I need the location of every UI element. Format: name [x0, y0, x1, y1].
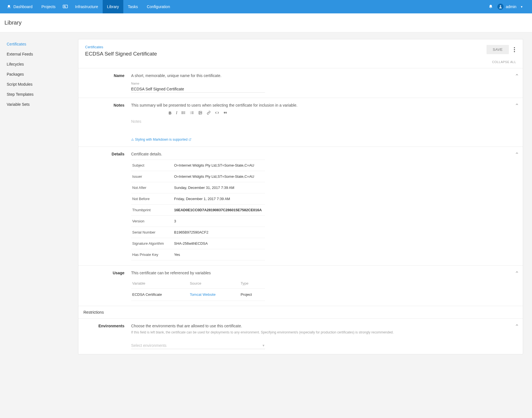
usage-header-variable: Variable — [131, 278, 189, 289]
nav-infrastructure[interactable]: Infrastructure — [71, 0, 102, 13]
details-value: Yes — [173, 249, 265, 260]
section-desc: This summary will be presented to users … — [131, 103, 516, 107]
field-label: Name — [131, 82, 516, 85]
usage-variable: ECDSA Certificate — [131, 289, 189, 301]
list-ul-icon[interactable] — [182, 111, 186, 115]
section-name: Name A short, memorable, unique name for… — [78, 68, 523, 98]
details-key: Issuer — [131, 171, 173, 182]
quote-icon[interactable] — [223, 111, 227, 115]
details-key: Has Private Key — [131, 249, 173, 260]
details-row: Thumbprint16EAD0E1CC0D7A28190837C286015E… — [131, 205, 265, 216]
svg-point-0 — [8, 5, 10, 7]
details-value: 3 — [173, 216, 265, 227]
section-desc: A short, memorable, unique name for this… — [131, 73, 516, 78]
page-title: Library — [0, 13, 532, 32]
details-row: SubjectO=Internet Widgits Pty Ltd,ST=Som… — [131, 160, 265, 171]
name-input[interactable] — [131, 85, 265, 93]
nav-label: Tasks — [128, 4, 138, 9]
search-scope-icon — [63, 5, 68, 9]
svg-point-7 — [514, 51, 515, 52]
card-title: ECDSA Self Signed Certificate — [85, 51, 157, 57]
environments-select[interactable]: Select environments ▼ — [131, 342, 265, 349]
details-row: Signature AlgorithmSHA-256withECDSA — [131, 238, 265, 249]
code-icon[interactable] — [215, 111, 219, 115]
select-placeholder: Select environments — [131, 343, 167, 348]
markdown-help-text: Styling with Markdown is supported — [135, 138, 187, 141]
overflow-menu-icon[interactable] — [513, 46, 516, 53]
section-environments: Environments Choose the environments tha… — [78, 318, 523, 354]
chevron-down-icon: ▼ — [520, 5, 523, 8]
avatar-icon — [497, 4, 504, 10]
nav-library[interactable]: Library — [103, 0, 124, 13]
usage-table: Variable Source Type ECDSA CertificateTo… — [131, 278, 265, 301]
collapse-all-button[interactable]: COLLAPSE ALL — [492, 60, 516, 64]
svg-line-3 — [65, 7, 66, 8]
user-menu[interactable]: admin ▼ — [497, 4, 523, 10]
nav-search[interactable] — [60, 0, 71, 13]
sidebar-item-packages[interactable]: Packages — [7, 69, 78, 79]
usage-row: ECDSA CertificateTomcat WebsiteProject — [131, 289, 265, 301]
svg-point-5 — [514, 47, 515, 48]
italic-icon[interactable]: I — [176, 111, 177, 115]
details-row: Not BeforeFriday, December 1, 2017 7:39 … — [131, 193, 265, 205]
details-row: Not AfterSunday, December 31, 2017 7:39 … — [131, 182, 265, 193]
section-details: Details Certificate details. SubjectO=In… — [78, 146, 523, 265]
svg-point-6 — [514, 49, 515, 50]
details-key: Not After — [131, 182, 173, 193]
svg-point-12 — [182, 112, 182, 113]
details-table: SubjectO=Internet Widgits Pty Ltd,ST=Som… — [131, 160, 265, 260]
notifications-icon[interactable] — [488, 4, 493, 9]
sidebar-item-step-templates[interactable]: Step Templates — [7, 89, 78, 99]
certificate-card: Certificates ECDSA Self Signed Certifica… — [78, 39, 523, 354]
section-hint: If this field is left blank, the certifi… — [131, 330, 516, 335]
section-restrictions-header: Restrictions — [78, 306, 523, 318]
notes-toolbar: B I 123 — [131, 109, 265, 117]
section-label-usage: Usage — [85, 271, 131, 301]
nav-dashboard[interactable]: Dashboard — [2, 0, 37, 13]
details-row: Version3 — [131, 216, 265, 227]
details-key: Thumbprint — [131, 205, 173, 216]
svg-point-4 — [500, 5, 501, 7]
nav-configuration[interactable]: Configuration — [142, 0, 174, 13]
bold-icon[interactable]: B — [169, 111, 172, 115]
details-key: Serial Number — [131, 227, 173, 238]
notes-input[interactable] — [131, 117, 265, 136]
details-value: O=Internet Widgits Pty Ltd,ST=Some-State… — [173, 160, 265, 171]
details-value: Sunday, December 31, 2017 7:39 AM — [173, 182, 265, 193]
details-value: O=Internet Widgits Pty Ltd,ST=Some-State… — [173, 171, 265, 182]
svg-text:3: 3 — [190, 113, 191, 114]
usage-header-type: Type — [239, 278, 265, 289]
breadcrumb[interactable]: Certificates — [85, 45, 157, 49]
save-button[interactable]: SAVE — [487, 45, 509, 54]
nav-projects[interactable]: Projects — [37, 0, 60, 13]
nav-tasks[interactable]: Tasks — [123, 0, 142, 13]
details-key: Signature Algorithm — [131, 238, 173, 249]
markdown-help-link[interactable]: Styling with Markdown is supported — [131, 138, 516, 141]
svg-point-21 — [199, 112, 200, 112]
list-ol-icon[interactable]: 123 — [190, 111, 194, 115]
details-value: B1965B972590ACF2 — [173, 227, 265, 238]
details-row: Has Private KeyYes — [131, 249, 265, 260]
section-desc: This certificate can be referenced by va… — [131, 271, 516, 275]
details-key: Version — [131, 216, 173, 227]
section-notes: Notes This summary will be presented to … — [78, 98, 523, 146]
usage-type: Project — [239, 289, 265, 301]
sidebar: Certificates External Feeds Lifecycles P… — [0, 32, 78, 408]
details-row: Serial NumberB1965B972590ACF2 — [131, 227, 265, 238]
usage-source-link[interactable]: Tomcat Website — [190, 292, 215, 297]
restrictions-header: Restrictions — [78, 306, 523, 318]
section-label-notes: Notes — [85, 103, 131, 141]
user-name: admin — [506, 4, 516, 9]
image-icon[interactable] — [198, 111, 202, 115]
sidebar-item-lifecycles[interactable]: Lifecycles — [7, 59, 78, 69]
details-value: Friday, December 1, 2017 7:39 AM — [173, 193, 265, 205]
sidebar-item-script-modules[interactable]: Script Modules — [7, 79, 78, 89]
nav-label: Dashboard — [13, 4, 33, 9]
sidebar-item-external-feeds[interactable]: External Feeds — [7, 49, 78, 59]
octopus-icon — [7, 4, 11, 9]
nav-label: Library — [107, 4, 119, 9]
sidebar-item-certificates[interactable]: Certificates — [7, 39, 78, 49]
link-icon[interactable] — [207, 111, 211, 115]
chevron-down-icon: ▼ — [262, 344, 265, 347]
sidebar-item-variable-sets[interactable]: Variable Sets — [7, 99, 78, 109]
